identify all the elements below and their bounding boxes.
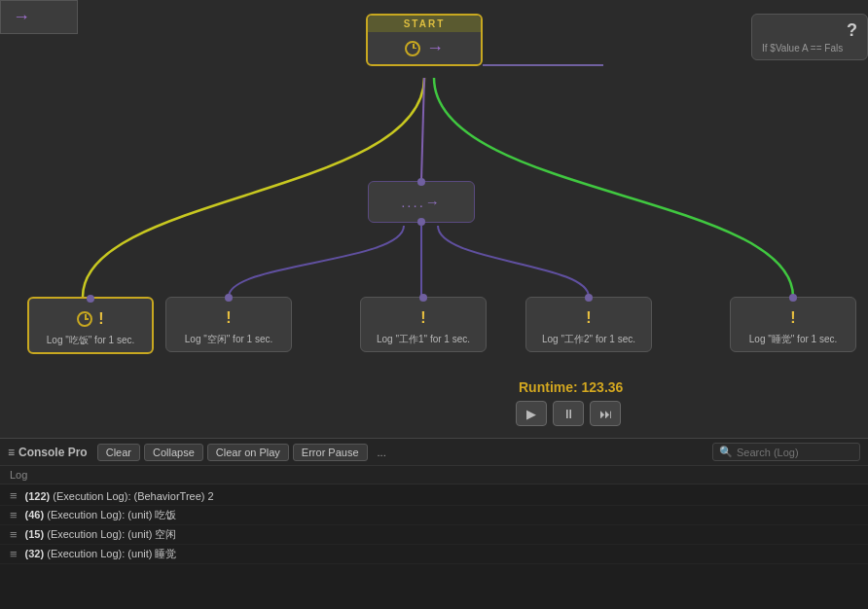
question-condition: If $Value A == Fals <box>762 43 857 54</box>
start-arrow: → <box>426 38 444 58</box>
log-entry-icon: ≡ <box>10 547 18 561</box>
log-entry-icon: ≡ <box>10 508 18 522</box>
log-entry-text: (122) (Execution Log): (BehaviorTree) 2 <box>25 490 214 502</box>
search-input[interactable] <box>737 447 853 458</box>
console-title-icon: ≡ <box>8 446 15 459</box>
log2-label: Log "空闲" for 1 sec. <box>181 333 276 351</box>
canvas-area: ? If $Value A == Fals → START → ....→ ! … <box>0 0 868 438</box>
seq-dots: ....→ <box>401 194 442 210</box>
log3-label: Log "工作1" for 1 sec. <box>373 333 474 351</box>
log-node-3: ! Log "工作1" for 1 sec. <box>360 297 487 352</box>
log1-clock-icon <box>77 311 92 327</box>
log4-exclaim: ! <box>586 309 591 327</box>
log4-port-top <box>585 294 593 302</box>
log-entry-text: (46) (Execution Log): (unit) 吃饭 <box>25 508 177 522</box>
console-area: ≡ Console Pro Clear Collapse Clear on Pl… <box>0 438 868 609</box>
log-entry-text: (32) (Execution Log): (unit) 睡觉 <box>25 547 177 561</box>
log-entry[interactable]: ≡(32) (Execution Log): (unit) 睡觉 <box>0 545 868 564</box>
log-node-4: ! Log "工作2" for 1 sec. <box>525 297 652 352</box>
log2-port-top <box>225 294 233 302</box>
collapse-button[interactable]: Collapse <box>144 444 203 461</box>
log-node-1: ! Log "吃饭" for 1 sec. <box>27 297 154 354</box>
console-title: ≡ Console Pro <box>8 446 88 459</box>
log3-exclaim: ! <box>420 309 425 327</box>
question-mark-label: ? <box>762 20 857 41</box>
log4-label: Log "工作2" for 1 sec. <box>538 333 639 351</box>
connector-arrow: → <box>13 7 30 27</box>
log5-exclaim: ! <box>790 309 795 327</box>
clock-icon <box>405 41 420 56</box>
playback-controls: ▶ ⏸ ⏭ <box>516 401 621 426</box>
log1-exclaim: ! <box>98 310 103 328</box>
error-pause-button[interactable]: Error Pause <box>293 444 368 461</box>
more-options-button[interactable]: ... <box>372 445 392 460</box>
log2-exclaim: ! <box>226 309 231 327</box>
log-node-5: ! Log "睡觉" for 1 sec. <box>730 297 856 352</box>
log3-port-top <box>419 294 427 302</box>
log-entry-icon: ≡ <box>10 527 18 542</box>
log-entry[interactable]: ≡(122) (Execution Log): (BehaviorTree) 2 <box>0 486 868 506</box>
node-question: ? If $Value A == Fals <box>751 14 868 60</box>
node-connector: → <box>0 0 78 34</box>
log-entry-icon: ≡ <box>10 488 18 503</box>
console-log-entries: ≡(122) (Execution Log): (BehaviorTree) 2… <box>0 484 868 609</box>
node-start: START → <box>366 14 483 66</box>
log-node-2: ! Log "空闲" for 1 sec. <box>165 297 292 352</box>
search-icon: 🔍 <box>719 446 733 458</box>
step-button[interactable]: ⏭ <box>590 401 621 426</box>
log-entry[interactable]: ≡(46) (Execution Log): (unit) 吃饭 <box>0 506 868 525</box>
runtime-display: Runtime: 123.36 <box>519 379 623 395</box>
log1-port-top <box>87 295 94 303</box>
sequence-node: ....→ <box>368 181 475 223</box>
log1-label: Log "吃饭" for 1 sec. <box>43 334 138 352</box>
clear-on-play-button[interactable]: Clear on Play <box>207 444 289 461</box>
seq-port-top <box>417 178 425 186</box>
console-header: ≡ Console Pro Clear Collapse Clear on Pl… <box>0 439 868 466</box>
log-column-header: Log <box>10 469 27 481</box>
clear-button[interactable]: Clear <box>97 444 140 461</box>
search-box: 🔍 <box>712 443 860 461</box>
play-button[interactable]: ▶ <box>516 401 547 426</box>
log-entry[interactable]: ≡(15) (Execution Log): (unit) 空闲 <box>0 525 868 545</box>
start-node-title: START <box>368 16 481 32</box>
log-entry-text: (15) (Execution Log): (unit) 空闲 <box>25 527 177 542</box>
log5-label: Log "睡觉" for 1 sec. <box>745 333 841 351</box>
seq-port-bottom <box>417 218 425 226</box>
log5-port-top <box>789 294 797 302</box>
console-log-header: Log <box>0 466 868 484</box>
console-title-text: Console Pro <box>18 446 88 459</box>
pause-button[interactable]: ⏸ <box>553 401 584 426</box>
